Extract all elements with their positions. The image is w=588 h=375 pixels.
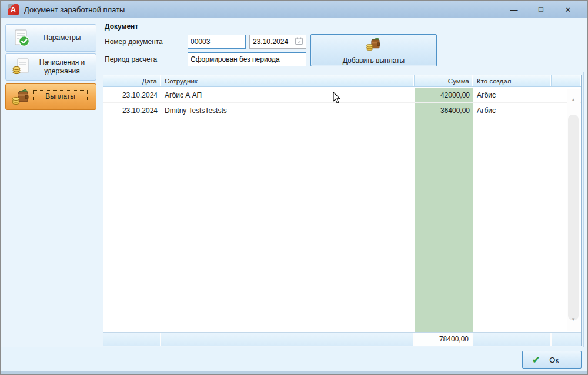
- column-header-date[interactable]: Дата: [103, 75, 161, 86]
- column-header-amount[interactable]: Сумма: [415, 75, 473, 86]
- maximize-button[interactable]: ☐: [527, 1, 554, 18]
- calendar-icon[interactable]: [295, 36, 303, 48]
- add-payments-button[interactable]: Добавить выплаты: [310, 34, 437, 66]
- ok-button[interactable]: ✔ Ок: [522, 351, 582, 369]
- cell-creator: Агбис: [473, 103, 552, 118]
- sidebar-item-payments[interactable]: Выплаты: [5, 83, 96, 110]
- bottom-bar: ✔ Ок: [1, 347, 587, 374]
- close-button[interactable]: ✕: [554, 1, 582, 18]
- amount-column-band: [415, 88, 473, 332]
- cell-employee: Dmitriy TestsTeststs: [161, 103, 415, 118]
- document-date-value: 23.10.2024: [250, 38, 295, 46]
- table-row[interactable]: 23.10.2024 Dmitriy TestsTeststs 36400,00…: [103, 103, 581, 118]
- cell-amount: 42000,00: [415, 88, 473, 102]
- period-label: Период расчета: [105, 55, 157, 63]
- column-header-filler: [552, 75, 581, 86]
- sidebar-item-parameters[interactable]: Параметры: [5, 24, 96, 52]
- titlebar: A Документ заработной платы — ☐ ✕: [1, 1, 587, 18]
- grid-body: 23.10.2024 Агбис А АП 42000,00 Агбис 23.…: [103, 88, 581, 332]
- footer-total-amount: 78400,00: [415, 333, 473, 346]
- scroll-up-icon[interactable]: ▲: [567, 95, 580, 104]
- app-logo-icon: A: [8, 4, 19, 15]
- minimize-button[interactable]: —: [500, 1, 527, 18]
- cell-date: 23.10.2024: [103, 88, 161, 102]
- document-number-input[interactable]: [188, 35, 246, 49]
- document-check-icon: [11, 28, 32, 49]
- sidebar-item-accruals[interactable]: Начисления и удержания: [5, 53, 96, 81]
- payments-grid: Дата Сотрудник Сумма Кто создал 23.10.20…: [103, 75, 582, 346]
- scrollbar-thumb[interactable]: [568, 115, 579, 320]
- window-controls: — ☐ ✕: [500, 1, 582, 18]
- sidebar-item-label: Выплаты: [33, 90, 88, 103]
- column-header-employee[interactable]: Сотрудник: [161, 75, 415, 86]
- check-icon: ✔: [532, 354, 540, 366]
- cell-employee: Агбис А АП: [161, 88, 415, 102]
- sidebar-item-label: Начисления и удержания: [32, 58, 96, 76]
- wallet-coins-icon: [11, 86, 32, 108]
- vertical-scrollbar[interactable]: ▲ ▼: [567, 89, 580, 331]
- column-header-creator[interactable]: Кто создал: [473, 75, 552, 86]
- footer-cell-date: [103, 333, 161, 346]
- footer-cell-filler: [552, 333, 581, 346]
- grid-header: Дата Сотрудник Сумма Кто создал: [103, 75, 581, 87]
- group-title: Документ: [105, 22, 138, 31]
- grid-footer: 78400,00: [103, 332, 581, 346]
- window-title: Документ заработной платы: [24, 5, 125, 14]
- calc-period-input[interactable]: [188, 52, 306, 66]
- footer-cell-creator: [473, 333, 552, 346]
- scroll-down-icon[interactable]: ▼: [567, 314, 580, 324]
- number-label: Номер документа: [105, 38, 163, 46]
- footer-cell-employee: [161, 333, 415, 346]
- cell-date: 23.10.2024: [103, 103, 161, 118]
- document-date-field[interactable]: 23.10.2024: [249, 35, 306, 49]
- wallet-coins-icon: [365, 36, 383, 55]
- cell-creator: Агбис: [473, 88, 552, 102]
- table-row[interactable]: 23.10.2024 Агбис А АП 42000,00 Агбис: [103, 88, 581, 103]
- add-payments-label: Добавить выплаты: [343, 56, 405, 65]
- document-coins-icon: [11, 56, 32, 78]
- salary-document-window: A Документ заработной платы — ☐ ✕ Параме…: [0, 0, 588, 375]
- sidebar-item-label: Параметры: [32, 34, 96, 42]
- cell-amount: 36400,00: [415, 103, 473, 118]
- ok-button-label: Ок: [540, 356, 568, 364]
- window-bottom-edge: [1, 371, 587, 374]
